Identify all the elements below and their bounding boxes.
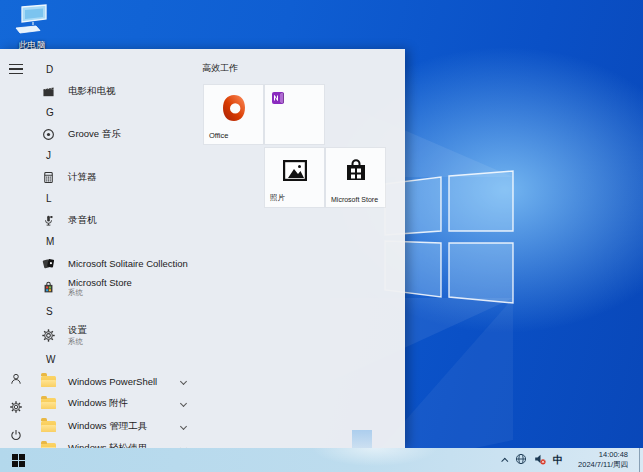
taskbar-glow [290, 448, 460, 472]
power-button[interactable] [0, 423, 32, 451]
groove-music-icon [40, 126, 56, 142]
voice-recorder-icon [40, 212, 56, 228]
tile-group-title[interactable]: 高效工作 [202, 62, 238, 75]
folder-item-windows-powershell[interactable]: Windows PowerShell [32, 370, 198, 393]
start-menu: D 电影和电视 G [0, 49, 405, 448]
app-item-microsoft-store[interactable]: Microsoft Store 系统 [32, 274, 198, 301]
show-desktop-button[interactable] [639, 448, 643, 472]
section-letter-g[interactable]: G [32, 102, 198, 123]
folder-item-windows-ease-of-access[interactable]: Windows 轻松使用 [32, 438, 198, 449]
desktop: 此电脑 [0, 0, 643, 472]
app-item-settings[interactable]: 设置 系统 [32, 322, 198, 349]
folder-icon [40, 418, 56, 434]
volume-button[interactable] [534, 451, 546, 469]
chevron-down-icon [180, 378, 187, 385]
chevron-up-icon [501, 457, 508, 464]
section-letter-l[interactable]: L [32, 188, 198, 209]
section-letter-s[interactable]: S [32, 301, 198, 322]
section-letter-m[interactable]: M [32, 231, 198, 252]
start-menu-rail [0, 49, 32, 448]
microsoft-store-icon [326, 148, 385, 193]
tile-area: 高效工作 Office [198, 49, 405, 448]
section-letter-w[interactable]: W [32, 349, 198, 370]
this-pc-icon [13, 20, 51, 37]
microsoft-store-icon [40, 280, 56, 296]
app-item-groove-music[interactable]: Groove 音乐 [32, 123, 198, 145]
windows-logo-icon [12, 454, 25, 467]
folder-item-windows-admin-tools[interactable]: Windows 管理工具 [32, 415, 198, 438]
desktop-icon-this-pc[interactable]: 此电脑 [8, 4, 56, 52]
wallpaper-glow-artifact [352, 430, 372, 448]
app-item-calculator[interactable]: 计算器 [32, 166, 198, 188]
power-icon [9, 428, 23, 446]
movies-tv-icon [40, 83, 56, 99]
user-account-button[interactable] [0, 367, 32, 395]
expand-menu-button[interactable] [0, 55, 32, 83]
app-item-movies-tv[interactable]: 电影和电视 [32, 80, 198, 102]
tile-office[interactable]: Office [204, 85, 263, 144]
section-letter-d[interactable]: D [32, 59, 198, 80]
chevron-down-icon [180, 400, 187, 407]
tile-microsoft-store[interactable]: Microsoft Store [326, 148, 385, 207]
app-item-solitaire[interactable]: Microsoft Solitaire Collection [32, 252, 198, 274]
section-letter-j[interactable]: J [32, 145, 198, 166]
solitaire-icon [40, 255, 56, 271]
app-item-voice-recorder[interactable]: 录音机 [32, 209, 198, 231]
folder-icon [40, 441, 56, 448]
clock-time: 14:00:48 [599, 450, 628, 459]
gear-icon [9, 400, 23, 418]
network-globe-icon [515, 451, 527, 469]
folder-item-windows-accessories[interactable]: Windows 附件 [32, 393, 198, 416]
volume-muted-icon [534, 451, 546, 469]
tile-onenote[interactable] [265, 85, 324, 144]
taskbar-clock[interactable]: 14:00:48 2024/7/11/周四 [570, 450, 628, 470]
hamburger-icon [9, 61, 23, 78]
folder-icon [40, 373, 56, 389]
tile-photos[interactable]: 照片 [265, 148, 324, 207]
onenote-icon [271, 91, 285, 109]
photos-icon [265, 148, 324, 193]
user-icon [9, 372, 23, 390]
taskbar: 中 14:00:48 2024/7/11/周四 [0, 448, 643, 472]
folder-icon [40, 396, 56, 412]
network-button[interactable] [515, 451, 527, 469]
settings-button[interactable] [0, 395, 32, 423]
ime-indicator[interactable]: 中 [553, 453, 563, 467]
office-icon [204, 85, 263, 130]
chevron-down-icon [180, 423, 187, 430]
start-button[interactable] [0, 448, 36, 472]
system-tray: 中 14:00:48 2024/7/11/周四 [503, 448, 643, 472]
settings-gear-icon [40, 328, 56, 344]
clock-date: 2024/7/11/周四 [578, 460, 628, 469]
show-hidden-icons-button[interactable] [503, 458, 508, 463]
calculator-icon [40, 169, 56, 185]
app-list: D 电影和电视 G [32, 49, 198, 448]
